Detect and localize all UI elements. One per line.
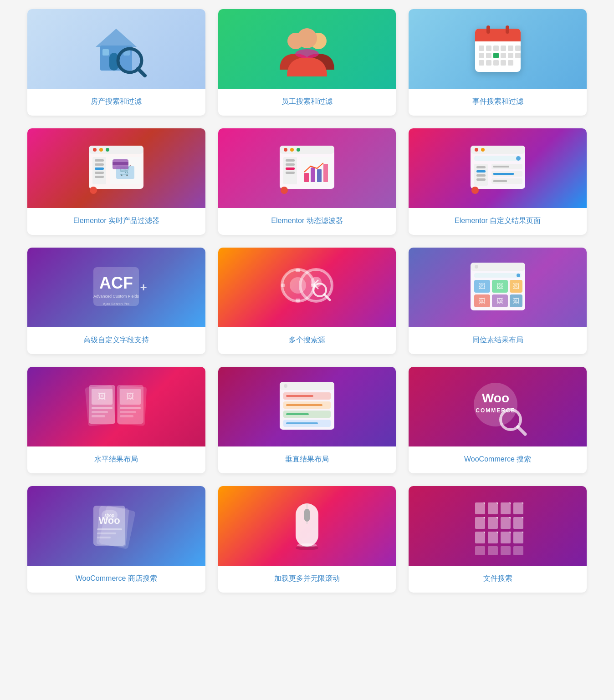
svg-rect-27 [515,53,521,58]
card-label: 垂直结果布局 [218,446,396,473]
svg-rect-141 [286,413,309,415]
card-label: Elementor 动态滤波器 [218,208,396,235]
svg-text:Advanced Custom Fields: Advanced Custom Fields [93,294,139,299]
card-label: 事件搜索和过滤 [409,89,587,116]
card-file-search[interactable]: 文件搜索 [409,486,587,593]
svg-rect-189 [501,546,511,555]
svg-rect-126 [92,415,105,417]
book-horizontal-icon: 🖼 🖼 [80,375,153,439]
svg-rect-71 [474,156,522,161]
svg-rect-34 [89,146,143,154]
svg-rect-188 [488,546,498,555]
svg-point-70 [481,148,485,152]
svg-rect-18 [493,46,499,51]
screen-grid-icon: 🖼 🖼 🖼 🖼 🖼 🖼 [461,256,534,320]
screen-list-icon [461,137,534,200]
house-search-icon [80,17,153,81]
card-elementor-dynamic[interactable]: Elementor 动态滤波器 [218,128,396,235]
svg-text:Woo: Woo [482,391,509,405]
svg-point-72 [516,156,521,161]
svg-marker-0 [96,29,137,47]
card-label: 加载更多并无限滚动 [218,566,396,593]
svg-rect-65 [323,164,328,182]
svg-rect-74 [476,166,486,168]
card-label: WooCommerce 搜索 [409,446,587,473]
card-image: Woo COMMERCE [409,367,587,446]
card-image [409,9,587,89]
svg-point-55 [297,148,300,152]
card-load-more[interactable]: 加载更多并无限滚动 [218,486,396,593]
svg-rect-137 [286,395,313,397]
svg-rect-76 [476,174,486,177]
svg-rect-3 [102,49,109,56]
svg-text:shop: shop [104,513,114,518]
card-image [218,128,396,208]
svg-text:🖼: 🖼 [126,392,134,401]
card-image [27,9,205,89]
svg-line-148 [518,427,525,434]
svg-rect-49 [113,162,128,165]
svg-text:🖼: 🖼 [479,283,485,290]
card-employee-search[interactable]: 员工搜索和过滤 [218,9,396,116]
screen-chart-icon [271,137,343,200]
card-event-search[interactable]: 事件搜索和过滤 [409,9,587,116]
svg-rect-125 [92,411,108,413]
svg-rect-131 [120,411,136,413]
card-woocommerce-shop[interactable]: Woo shop WooCommerce 商店搜索 [27,486,205,593]
svg-point-53 [284,148,287,152]
svg-rect-21 [515,46,521,51]
card-acf[interactable]: ACF Advanced Custom Fields + Ajax Search… [27,248,205,354]
svg-rect-41 [95,167,104,170]
svg-rect-57 [286,159,295,162]
svg-rect-40 [95,163,104,166]
card-horizontal-layout[interactable]: 🖼 🖼 水平结果布局 [27,367,205,473]
card-vertical-layout[interactable]: 垂直结果布局 [218,367,396,473]
card-image [409,128,587,208]
card-multi-source[interactable]: 多个搜索源 [218,248,396,354]
svg-point-50 [90,187,97,194]
svg-line-6 [138,69,145,76]
svg-text:🖼: 🖼 [513,297,519,304]
svg-rect-15 [506,25,509,34]
svg-rect-32 [508,60,513,66]
card-label: 员工搜索和过滤 [218,89,396,116]
svg-rect-28 [479,60,484,66]
acf-icon: ACF Advanced Custom Fields + Ajax Search… [80,256,153,320]
svg-point-54 [290,148,294,152]
svg-rect-39 [95,159,104,162]
svg-rect-25 [501,53,506,58]
screen-cart-icon: 🛒 [80,137,153,200]
svg-rect-59 [286,167,295,170]
card-image: 🛒 [27,128,205,208]
svg-rect-124 [92,407,113,409]
svg-point-66 [281,187,288,194]
svg-rect-167 [501,502,511,514]
card-label: 同位素结果布局 [409,327,587,354]
card-label: WooCommerce 商店搜索 [27,566,205,593]
svg-rect-22 [479,53,484,58]
svg-rect-105 [474,273,522,278]
svg-text:🖼: 🖼 [496,283,503,290]
svg-rect-169 [513,502,523,514]
card-label: Elementor 实时产品过滤器 [27,208,205,235]
card-elementor-product[interactable]: 🛒 Elementor 实时产品过滤器 [27,128,205,235]
svg-rect-98 [281,284,285,287]
multi-source-icon [271,256,343,320]
mouse-icon [271,494,343,558]
svg-rect-175 [501,517,511,529]
card-image [218,486,396,566]
card-property-search[interactable]: 房产搜索和过滤 [27,9,205,116]
svg-rect-30 [493,60,499,66]
card-woocommerce-search[interactable]: Woo COMMERCE WooCommerce 搜索 [409,367,587,473]
card-inline-results[interactable]: 🖼 🖼 🖼 🖼 🖼 🖼 同位素结果布局 [409,248,587,354]
card-label: 文件搜索 [409,566,587,593]
svg-rect-19 [501,46,506,51]
svg-rect-17 [486,46,491,51]
svg-rect-153 [97,528,122,530]
card-elementor-custom[interactable]: Elementor 自定义结果页面 [409,128,587,235]
card-label: 房产搜索和过滤 [27,89,205,116]
file-grid-icon [461,494,534,558]
svg-rect-14 [486,25,490,34]
svg-point-9 [297,28,317,48]
card-label: 高级自定义字段支持 [27,327,205,354]
